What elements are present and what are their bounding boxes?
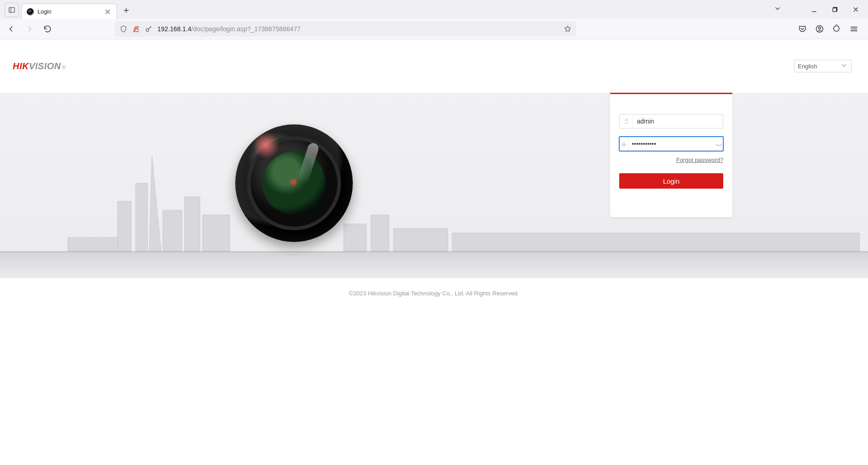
star-icon (564, 24, 572, 33)
window-minimize-button[interactable] (804, 0, 825, 19)
browser-chrome: Login 192.168.1.4/doc/page/login. (0, 0, 868, 39)
app-menu-button[interactable] (846, 21, 862, 37)
minimize-icon (811, 6, 818, 13)
svg-rect-16 (371, 215, 389, 251)
chevron-down-icon (774, 5, 781, 12)
svg-rect-10 (136, 183, 147, 251)
svg-point-21 (625, 119, 627, 121)
tabs-dropdown-button[interactable] (774, 5, 781, 14)
nav-reload-button[interactable] (40, 21, 55, 37)
new-tab-button[interactable] (119, 4, 133, 17)
svg-rect-12 (163, 210, 182, 251)
browser-tab-active[interactable]: Login (22, 4, 117, 19)
nav-back-button[interactable] (4, 21, 19, 37)
brand-hik: HIK (13, 61, 29, 71)
puzzle-icon (832, 24, 841, 33)
svg-rect-22 (622, 143, 626, 146)
hamburger-icon (849, 24, 859, 33)
close-icon (852, 6, 859, 13)
url-host: 192.168.1.4 (157, 25, 191, 33)
arrow-left-icon (7, 24, 16, 33)
key-icon[interactable] (145, 25, 153, 33)
plus-icon (123, 7, 130, 14)
svg-point-8 (819, 27, 821, 29)
username-field-wrapper (619, 114, 723, 128)
lock-icon (620, 137, 628, 151)
window-controls (774, 0, 866, 19)
svg-rect-13 (185, 197, 200, 251)
brand-vision: VISION (29, 61, 61, 71)
svg-rect-0 (9, 8, 14, 13)
user-icon (620, 114, 633, 128)
language-selected-label: English (798, 63, 817, 70)
svg-point-6 (146, 28, 149, 31)
chevron-down-icon (840, 62, 848, 71)
svg-rect-14 (203, 215, 230, 251)
brand-logo: HIKVISION® (13, 61, 66, 71)
toggle-password-visibility-button[interactable] (715, 140, 723, 147)
svg-rect-17 (394, 228, 448, 251)
pocket-button[interactable] (795, 21, 810, 37)
login-card: Forgot password? Login (610, 93, 732, 217)
account-icon (815, 24, 824, 33)
url-path: /doc/page/login.asp?_1738675886477 (191, 25, 301, 33)
close-icon (104, 8, 111, 15)
bookmark-star-button[interactable] (564, 25, 572, 33)
nav-forward-button[interactable] (22, 21, 37, 37)
toolbar: 192.168.1.4/doc/page/login.asp?_17386758… (0, 19, 868, 39)
login-button[interactable]: Login (619, 173, 723, 189)
footer-copyright: ©2023 Hikvision Digital Technology Co., … (0, 278, 868, 308)
arrow-right-icon (25, 24, 34, 33)
svg-rect-18 (452, 233, 859, 251)
brand-registered: ® (62, 64, 66, 71)
forgot-password-row: Forgot password? (619, 157, 723, 163)
pocket-icon (798, 24, 807, 33)
window-close-button[interactable] (845, 0, 866, 19)
url-text: 192.168.1.4/doc/page/login.asp?_17386758… (157, 25, 301, 33)
reload-icon (43, 24, 52, 33)
city-skyline-art (0, 147, 868, 260)
svg-rect-9 (118, 201, 131, 251)
tab-strip: Login (0, 0, 868, 19)
language-select[interactable]: English (794, 60, 852, 72)
svg-marker-11 (149, 156, 161, 251)
svg-rect-3 (833, 8, 836, 12)
tracking-protection-icon[interactable] (119, 25, 128, 33)
password-input[interactable] (628, 137, 715, 151)
sidebar-toggle-button[interactable] (5, 3, 19, 17)
svg-rect-19 (68, 237, 118, 251)
ground-reflection (0, 251, 868, 278)
tab-favicon-icon (27, 8, 34, 15)
password-field-wrapper (619, 137, 723, 151)
window-maximize-button[interactable] (825, 0, 845, 19)
eye-closed-icon (715, 140, 722, 147)
insecure-connection-icon[interactable] (132, 25, 140, 33)
forgot-password-link[interactable]: Forgot password? (676, 157, 723, 163)
tab-close-button[interactable] (104, 8, 112, 16)
tab-title: Login (38, 9, 100, 15)
page-content: HIKVISION® English (0, 39, 868, 308)
extensions-button[interactable] (829, 21, 844, 37)
toolbar-right-icons (795, 21, 864, 37)
hero-banner: Forgot password? Login (0, 93, 868, 278)
account-button[interactable] (812, 21, 827, 37)
address-bar[interactable]: 192.168.1.4/doc/page/login.asp?_17386758… (115, 21, 576, 37)
camera-lens-art (235, 124, 353, 242)
username-input[interactable] (633, 114, 723, 128)
sidebar-icon (8, 6, 15, 14)
maximize-icon (831, 6, 839, 13)
page-header: HIKVISION® English (0, 39, 868, 93)
